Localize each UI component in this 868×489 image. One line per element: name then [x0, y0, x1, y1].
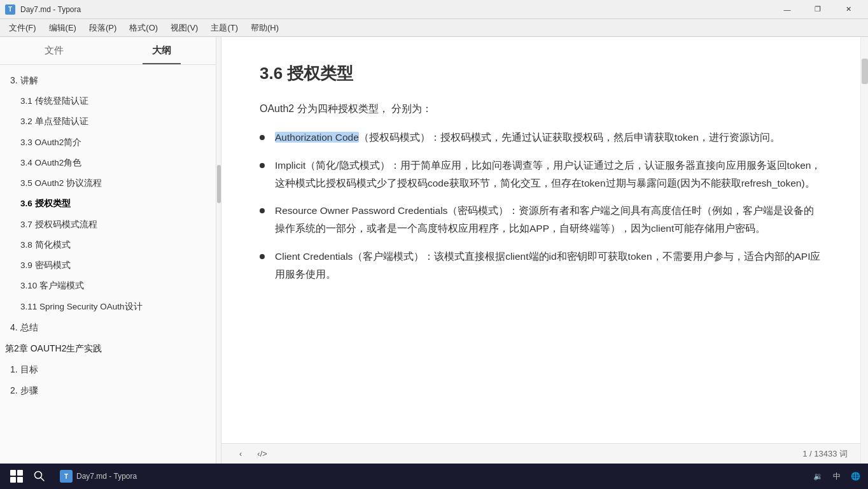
sidebar-item-s3_3[interactable]: 3.3 OAuth2简介 [0, 132, 216, 153]
language-indicator[interactable]: 🌐 [848, 472, 863, 481]
doc-heading: 3.6 授权类型 [260, 62, 822, 85]
bullet-content-2: Implicit（简化/隐式模式）：用于简单应用，比如问卷调查等，用户认证通过之… [275, 157, 822, 192]
sidebar-item-s3_10[interactable]: 3.10 客户端模式 [0, 276, 216, 296]
sidebar-scrollbar-thumb [217, 165, 221, 203]
close-button[interactable]: ✕ [834, 0, 863, 19]
taskbar: T Day7.md - Typora 🔉 中 🌐 [0, 464, 868, 489]
maximize-button[interactable]: ❐ [803, 0, 832, 19]
list-item: Client Credentials（客户端模式）：该模式直接根据client端… [260, 248, 822, 283]
sidebar-item-s3_7[interactable]: 3.7 授权码模式流程 [0, 215, 216, 235]
title-bar-left: T Day7.md - Typora [5, 4, 81, 15]
bottom-bar: ‹ ‹/> 1 / 13433 词 [221, 443, 860, 464]
search-button[interactable] [28, 465, 51, 488]
app-icon: T [5, 4, 15, 15]
nav-code-button[interactable]: ‹/> [252, 448, 272, 460]
sidebar-item-s3_8[interactable]: 3.8 简化模式 [0, 235, 216, 255]
word-count: 1 / 13433 词 [802, 448, 848, 460]
svg-line-1 [41, 478, 44, 481]
taskbar-apps: T Day7.md - Typora [53, 464, 143, 489]
sidebar-item-s3_2[interactable]: 3.2 单点登陆认证 [0, 111, 216, 132]
bullet-dot [260, 135, 265, 140]
bullet-text-1: （授权码模式）：授权码模式，先通过认证获取授权码，然后申请获取token，进行资… [359, 132, 780, 143]
start-button[interactable] [5, 465, 28, 488]
sidebar: 文件 大纲 3. 讲解3.1 传统登陆认证3.2 单点登陆认证3.3 OAuth… [0, 37, 216, 464]
menu-item-h[interactable]: 帮助(H) [244, 19, 285, 36]
highlight-authorization-code: Authorization Code [275, 132, 359, 143]
main-area: 文件 大纲 3. 讲解3.1 传统登陆认证3.2 单点登陆认证3.3 OAuth… [0, 37, 868, 464]
taskbar-right: 🔉 中 🌐 [811, 471, 863, 482]
bullet-dot [260, 254, 265, 259]
menu-item-o[interactable]: 格式(O) [123, 19, 164, 36]
list-item: Authorization Code（授权码模式）：授权码模式，先通过认证获取授… [260, 129, 822, 146]
taskbar-app-label: Day7.md - Typora [76, 472, 137, 481]
bullet-dot [260, 208, 265, 213]
sidebar-nav: 3. 讲解3.1 传统登陆认证3.2 单点登陆认证3.3 OAuth2简介3.4… [0, 65, 216, 464]
taskbar-app-typora[interactable]: T Day7.md - Typora [53, 464, 143, 489]
typora-app-icon: T [60, 470, 73, 483]
bullet-dot [260, 163, 265, 168]
content-scroll[interactable]: 3.6 授权类型 OAuth2 分为四种授权类型， 分别为： Authoriza… [221, 37, 860, 443]
volume-icon[interactable]: 🔉 [811, 472, 825, 481]
sidebar-item-c1[interactable]: 1. 目标 [0, 359, 216, 380]
ime-indicator[interactable]: 中 [830, 471, 843, 482]
nav-left-button[interactable]: ‹ [234, 448, 247, 460]
menu-bar: 文件(F)编辑(E)段落(P)格式(O)视图(V)主题(T)帮助(H) [0, 19, 868, 37]
list-item: Implicit（简化/隐式模式）：用于简单应用，比如问卷调查等，用户认证通过之… [260, 157, 822, 192]
list-item: Resource Owner Password Credentials（密码模式… [260, 202, 822, 237]
window-title: Day7.md - Typora [20, 5, 81, 14]
sidebar-item-s3[interactable]: 3. 讲解 [0, 70, 216, 91]
bullet-content-4: Client Credentials（客户端模式）：该模式直接根据client端… [275, 248, 822, 283]
sidebar-item-s3_6[interactable]: 3.6 授权类型 [0, 194, 216, 214]
sidebar-item-c2[interactable]: 2. 步骤 [0, 380, 216, 401]
sidebar-item-ch2[interactable]: 第2章 OAUTH2生产实践 [0, 338, 216, 359]
windows-icon [10, 470, 23, 483]
menu-item-f[interactable]: 文件(F) [3, 19, 43, 36]
title-bar: T Day7.md - Typora — ❐ ✕ [0, 0, 868, 19]
menu-item-p[interactable]: 段落(P) [83, 19, 123, 36]
sidebar-item-s3_4[interactable]: 3.4 OAuth2角色 [0, 153, 216, 173]
content-area: 3.6 授权类型 OAuth2 分为四种授权类型， 分别为： Authoriza… [221, 37, 860, 464]
minimize-button[interactable]: — [773, 0, 802, 19]
bullet-content-1: Authorization Code（授权码模式）：授权码模式，先通过认证获取授… [275, 129, 822, 146]
right-scrollbar-thumb [862, 59, 868, 84]
sidebar-item-s3_9[interactable]: 3.9 密码模式 [0, 255, 216, 276]
bottom-nav-buttons: ‹ ‹/> [234, 448, 272, 460]
right-scrollbar[interactable] [860, 37, 868, 464]
bullet-list: Authorization Code（授权码模式）：授权码模式，先通过认证获取授… [260, 129, 822, 283]
sidebar-tabs: 文件 大纲 [0, 37, 216, 65]
sidebar-scrollbar[interactable] [216, 37, 221, 464]
bullet-content-3: Resource Owner Password Credentials（密码模式… [275, 202, 822, 237]
sidebar-item-s3_1[interactable]: 3.1 传统登陆认证 [0, 91, 216, 111]
sidebar-item-s3_11[interactable]: 3.11 Spring Security OAuth设计 [0, 297, 216, 317]
sidebar-item-s3_5[interactable]: 3.5 OAuth2 协议流程 [0, 173, 216, 194]
sidebar-item-s4[interactable]: 4. 总结 [0, 317, 216, 338]
menu-item-t[interactable]: 主题(T) [204, 19, 244, 36]
doc-intro: OAuth2 分为四种授权类型， 分别为： [260, 100, 822, 118]
tab-files[interactable]: 文件 [0, 37, 108, 64]
menu-item-e[interactable]: 编辑(E) [43, 19, 83, 36]
title-bar-controls: — ❐ ✕ [773, 0, 863, 19]
menu-item-v[interactable]: 视图(V) [164, 19, 204, 36]
tab-outline[interactable]: 大纲 [108, 37, 216, 64]
